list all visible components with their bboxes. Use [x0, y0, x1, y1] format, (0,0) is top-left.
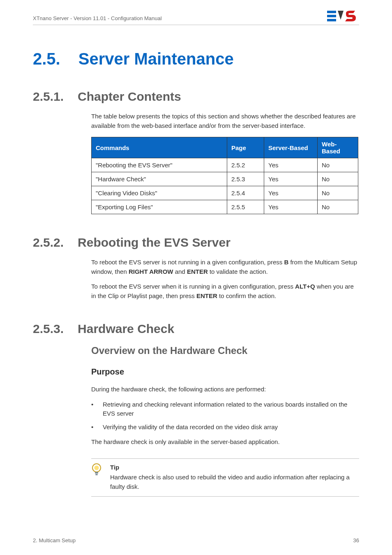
cell-command: "Hardware Check" [92, 172, 227, 186]
col-page: Page [227, 137, 264, 158]
cell-page: 2.5.2 [227, 158, 264, 172]
overview-heading: Overview on the Hardware Check [91, 345, 359, 356]
svg-rect-7 [95, 474, 98, 475]
header-divider [33, 25, 359, 25]
table-row: "Rebooting the EVS Server" 2.5.2 Yes No [92, 158, 358, 172]
cell-command: "Rebooting the EVS Server" [92, 158, 227, 172]
table-row: "Exporting Log Files" 2.5.5 Yes No [92, 200, 358, 214]
text: to confirm the action. [217, 292, 276, 299]
text: To reboot the EVS server is not running … [91, 259, 284, 266]
cell-web: No [318, 200, 358, 214]
section-title: Server Maintenance [78, 50, 234, 68]
cell-web: No [318, 172, 358, 186]
key-enter: ENTER [187, 268, 208, 275]
subsection-title: Rebooting the EVS Server [78, 236, 231, 250]
page-header: XTnano Server - Version 11.01 - Configur… [0, 0, 392, 21]
svg-point-5 [95, 465, 99, 470]
col-web-based: Web-Based [318, 137, 358, 158]
subsection-heading-253: 2.5.3. Hardware Check [33, 322, 359, 336]
paragraph: During the hardware check, the following… [91, 385, 359, 394]
cell-command: "Exporting Log Files" [92, 200, 227, 214]
subsection-number: 2.5.2. [33, 236, 64, 250]
tip-callout: Tip Hardware check is also used to rebui… [91, 458, 359, 497]
subsection-title: Chapter Contents [78, 90, 181, 104]
subsection-heading-251: 2.5.1. Chapter Contents [33, 90, 359, 104]
subsection-number: 2.5.3. [33, 322, 64, 336]
col-server-based: Server-Based [264, 137, 318, 158]
key-b: B [284, 259, 288, 266]
purpose-heading: Purpose [91, 367, 359, 377]
footer-section: 2. Multicam Setup [33, 537, 76, 543]
table-row: "Hardware Check" 2.5.3 Yes No [92, 172, 358, 186]
tip-content: Tip Hardware check is also used to rebui… [110, 463, 359, 492]
subsection-number: 2.5.1. [33, 90, 64, 104]
table-row: "Clearing Video Disks" 2.5.4 Yes No [92, 186, 358, 200]
brand-logo [327, 11, 359, 21]
tip-title: Tip [110, 463, 359, 472]
svg-rect-2 [327, 19, 336, 21]
bullet-list: • Retrieving and checking relevant infor… [91, 400, 359, 432]
text: and [173, 268, 187, 275]
key-alt-q: ALT+Q [295, 283, 315, 290]
key-enter: ENTER [196, 292, 217, 299]
list-text: Verifying the validity of the data recor… [103, 423, 359, 432]
page-footer: 2. Multicam Setup 36 [33, 537, 359, 543]
svg-rect-0 [327, 11, 336, 13]
cell-server: Yes [264, 158, 318, 172]
cell-page: 2.5.3 [227, 172, 264, 186]
cell-page: 2.5.4 [227, 186, 264, 200]
section-heading: 2.5. Server Maintenance [33, 50, 359, 68]
paragraph: To reboot the EVS server when it is runn… [91, 282, 359, 301]
evs-logo-icon [327, 11, 356, 21]
svg-rect-1 [327, 15, 336, 17]
table-header-row: Commands Page Server-Based Web-Based [92, 137, 358, 158]
col-commands: Commands [92, 137, 227, 158]
svg-marker-3 [338, 11, 344, 20]
cell-web: No [318, 158, 358, 172]
cell-web: No [318, 186, 358, 200]
bullet-icon: • [91, 423, 95, 432]
text: To reboot the EVS server when it is runn… [91, 283, 295, 290]
cell-page: 2.5.5 [227, 200, 264, 214]
footer-page-number: 36 [353, 537, 359, 543]
cell-server: Yes [264, 200, 318, 214]
bullet-icon: • [91, 400, 95, 419]
section-number: 2.5. [33, 50, 60, 68]
text: to validate the action. [208, 268, 268, 275]
paragraph: To reboot the EVS server is not running … [91, 258, 359, 276]
cell-command: "Clearing Video Disks" [92, 186, 227, 200]
list-text: Retrieving and checking relevant informa… [103, 400, 359, 419]
key-right-arrow: RIGHT ARROW [129, 268, 173, 275]
lightbulb-icon [91, 463, 103, 492]
cell-server: Yes [264, 172, 318, 186]
tip-bottom-divider [91, 496, 359, 497]
intro-paragraph: The table below presents the topics of t… [91, 112, 359, 130]
header-doc-title: XTnano Server - Version 11.01 - Configur… [33, 15, 162, 21]
svg-rect-6 [95, 472, 98, 474]
commands-table: Commands Page Server-Based Web-Based "Re… [91, 137, 358, 214]
list-item: • Retrieving and checking relevant infor… [91, 400, 359, 419]
paragraph: The hardware check is only available in … [91, 437, 359, 447]
list-item: • Verifying the validity of the data rec… [91, 423, 359, 432]
subsection-title: Hardware Check [78, 322, 174, 336]
tip-body-text: Hardware check is also used to rebuild t… [110, 474, 350, 490]
cell-server: Yes [264, 186, 318, 200]
subsection-heading-252: 2.5.2. Rebooting the EVS Server [33, 236, 359, 250]
